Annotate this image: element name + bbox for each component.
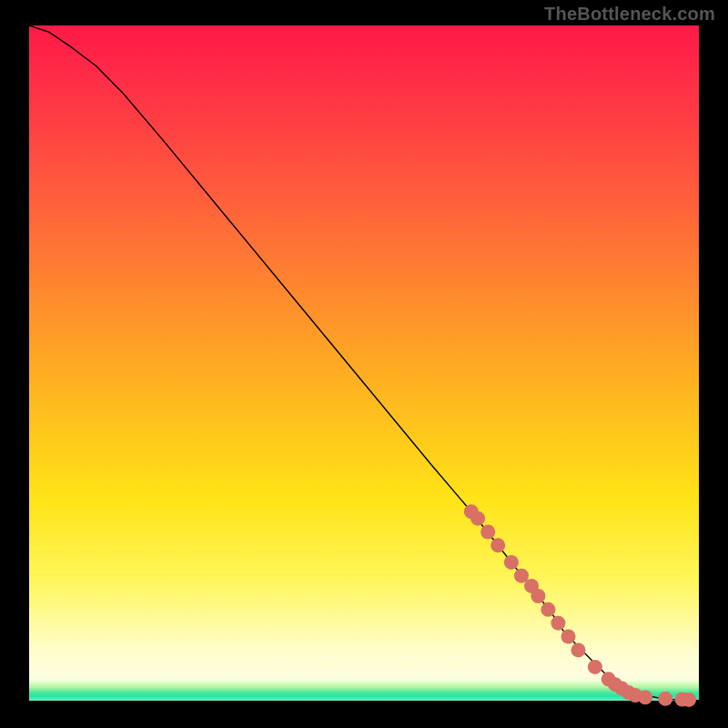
- highlighted-point: [658, 692, 672, 706]
- highlighted-point: [551, 616, 565, 631]
- highlighted-point: [638, 690, 652, 704]
- highlighted-point: [480, 525, 495, 540]
- watermark-text: TheBottleneck.com: [544, 4, 715, 25]
- highlighted-points-group: [464, 504, 696, 707]
- highlighted-point: [531, 589, 545, 603]
- highlighted-point: [561, 630, 576, 644]
- highlighted-point: [571, 642, 586, 657]
- bottleneck-curve-line: [29, 25, 699, 701]
- highlighted-point: [588, 660, 602, 674]
- highlighted-point: [490, 538, 505, 552]
- highlighted-point: [682, 693, 696, 707]
- highlighted-point: [541, 602, 555, 617]
- plot-area: [29, 25, 699, 701]
- highlighted-point: [470, 511, 485, 526]
- chart-stage: TheBottleneck.com: [0, 0, 728, 728]
- highlighted-point: [504, 555, 519, 570]
- chart-svg: [29, 25, 699, 701]
